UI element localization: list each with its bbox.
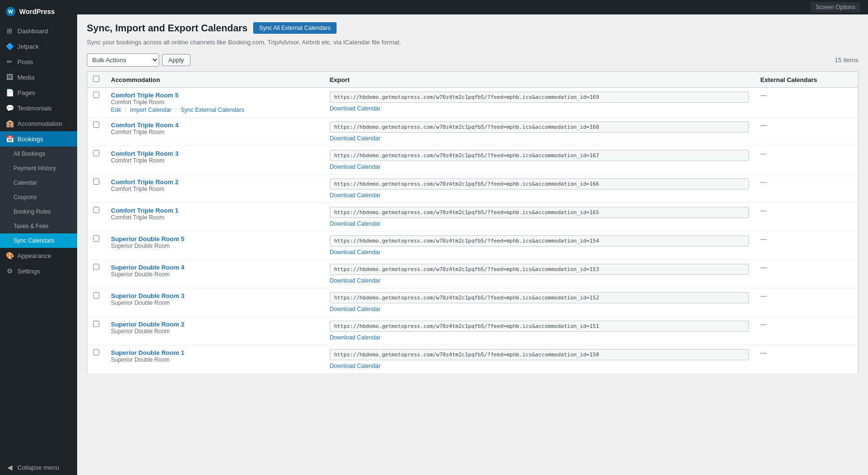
row-checkbox[interactable] xyxy=(93,264,99,270)
row-checkbox[interactable] xyxy=(93,349,99,355)
sidebar-item-coupons[interactable]: Coupons xyxy=(0,190,77,204)
external-value: — xyxy=(760,235,767,243)
sidebar-item-collapse[interactable]: ◀ Collapse menu xyxy=(0,460,77,475)
download-calendar-link[interactable]: Download Calendar xyxy=(330,306,380,312)
sidebar-item-settings[interactable]: ⚙ Settings xyxy=(0,263,77,279)
sidebar-item-payment-history[interactable]: Payment History xyxy=(0,161,77,176)
sidebar-item-accommodation[interactable]: 🏨 Accommodation xyxy=(0,116,77,131)
external-value: — xyxy=(760,264,767,271)
col-checkbox xyxy=(87,72,106,88)
external-cell: — xyxy=(755,88,858,118)
room-type: Comfort Triple Room xyxy=(111,99,318,106)
room-name[interactable]: Superior Double Room 4 xyxy=(111,264,318,271)
accommodation-cell: Comfort Triple Room 2Comfort Triple Room xyxy=(105,175,324,203)
accommodation-cell: Comfort Triple Room 1Comfort Triple Room xyxy=(105,203,324,231)
external-value: — xyxy=(760,349,767,356)
screen-options-button[interactable]: Screen Options xyxy=(811,2,860,13)
export-cell: https://hbdemo.getmotopress.com/w70z4tm2… xyxy=(324,203,755,231)
sidebar-item-media[interactable]: 🖼 Media xyxy=(0,69,77,85)
external-value: — xyxy=(760,122,767,129)
col-export: Export xyxy=(324,72,755,88)
room-action-link[interactable]: Import Calendar xyxy=(130,107,172,113)
export-url: https://hbdemo.getmotopress.com/w70z4tm2… xyxy=(330,264,749,275)
room-action-link[interactable]: Edit xyxy=(111,107,121,113)
room-name[interactable]: Comfort Triple Room 4 xyxy=(111,122,318,129)
sidebar-item-sync-calendars[interactable]: Sync Calendars xyxy=(0,233,77,248)
download-calendar-link[interactable]: Download Calendar xyxy=(330,363,380,369)
sidebar-item-booking-rules[interactable]: Booking Rules xyxy=(0,204,77,219)
row-checkbox-cell xyxy=(87,203,106,231)
content-area: Sync, Import and Export Calendars Sync A… xyxy=(77,14,868,381)
room-name[interactable]: Superior Double Room 5 xyxy=(111,235,318,243)
export-url: https://hbdemo.getmotopress.com/w70z4tm2… xyxy=(330,292,749,303)
download-calendar-link[interactable]: Download Calendar xyxy=(330,163,380,170)
sidebar-item-dashboard[interactable]: ⊞ Dashboard xyxy=(0,23,77,39)
room-name[interactable]: Superior Double Room 3 xyxy=(111,292,318,299)
room-name[interactable]: Comfort Triple Room 3 xyxy=(111,150,318,157)
export-url: https://hbdemo.getmotopress.com/w70z4tm2… xyxy=(330,349,749,360)
room-type: Comfort Triple Room xyxy=(111,186,318,192)
pages-icon: 📄 xyxy=(6,89,14,96)
calendar-table: Accommodation Export External Calendars … xyxy=(87,71,858,374)
table-row: Comfort Triple Room 1Comfort Triple Room… xyxy=(87,203,858,231)
room-name[interactable]: Superior Double Room 2 xyxy=(111,321,318,328)
external-value: — xyxy=(760,207,767,214)
export-url: https://hbdemo.getmotopress.com/w70z4tm2… xyxy=(330,92,749,103)
sidebar-item-jetpack[interactable]: 🔷 Jetpack xyxy=(0,39,77,54)
download-calendar-link[interactable]: Download Calendar xyxy=(330,277,380,284)
room-name[interactable]: Comfort Triple Room 2 xyxy=(111,178,318,186)
sync-all-button[interactable]: Sync All External Calendars xyxy=(253,22,336,34)
sidebar-item-all-bookings[interactable]: All Bookings xyxy=(0,147,77,161)
bulk-actions-select[interactable]: Bulk Actions xyxy=(87,54,159,67)
external-cell: — xyxy=(755,118,858,146)
row-checkbox[interactable] xyxy=(93,235,99,242)
table-row: Comfort Triple Room 2Comfort Triple Room… xyxy=(87,175,858,203)
table-row: Superior Double Room 2Superior Double Ro… xyxy=(87,317,858,345)
sidebar-item-calendar[interactable]: Calendar xyxy=(0,176,77,190)
export-cell: https://hbdemo.getmotopress.com/w70z4tm2… xyxy=(324,288,755,317)
col-external: External Calendars xyxy=(755,72,858,88)
sync-calendars-label: Sync Calendars xyxy=(14,237,54,244)
download-calendar-link[interactable]: Download Calendar xyxy=(330,192,380,199)
row-checkbox[interactable] xyxy=(93,207,99,213)
sidebar-item-posts[interactable]: ✏ Posts xyxy=(0,54,77,69)
row-checkbox[interactable] xyxy=(93,292,99,299)
accommodation-cell: Comfort Triple Room 5Comfort Triple Room… xyxy=(105,88,324,118)
room-action-link[interactable]: Sync External Calendars xyxy=(180,107,244,113)
sidebar-item-bookings[interactable]: 📅 Bookings xyxy=(0,131,77,147)
row-checkbox[interactable] xyxy=(93,122,99,128)
row-checkbox-cell xyxy=(87,118,106,146)
download-calendar-link[interactable]: Download Calendar xyxy=(330,105,380,112)
main-content: Screen Options Sync, Import and Export C… xyxy=(77,0,868,475)
room-name[interactable]: Comfort Triple Room 1 xyxy=(111,207,318,214)
external-cell: — xyxy=(755,317,858,345)
select-all-checkbox[interactable] xyxy=(93,76,99,82)
export-url: https://hbdemo.getmotopress.com/w70z4tm2… xyxy=(330,207,749,218)
sidebar-item-testimonials[interactable]: 💬 Testimonials xyxy=(0,100,77,116)
room-name[interactable]: Superior Double Room 1 xyxy=(111,349,318,356)
jetpack-icon: 🔷 xyxy=(6,42,14,50)
download-calendar-link[interactable]: Download Calendar xyxy=(330,334,380,341)
settings-icon: ⚙ xyxy=(6,267,14,275)
row-checkbox-cell xyxy=(87,175,106,203)
sidebar-item-taxes-fees[interactable]: Taxes & Fees xyxy=(0,219,77,233)
row-checkbox[interactable] xyxy=(93,321,99,327)
download-calendar-link[interactable]: Download Calendar xyxy=(330,249,380,256)
download-calendar-link[interactable]: Download Calendar xyxy=(330,135,380,142)
apply-button[interactable]: Apply xyxy=(162,54,190,66)
download-calendar-link[interactable]: Download Calendar xyxy=(330,220,380,227)
testimonials-icon: 💬 xyxy=(6,104,14,112)
sidebar-item-pages[interactable]: 📄 Pages xyxy=(0,85,77,100)
external-cell: — xyxy=(755,288,858,317)
table-row: Comfort Triple Room 3Comfort Triple Room… xyxy=(87,146,858,175)
appearance-icon: 🎨 xyxy=(6,252,14,259)
sidebar-item-appearance[interactable]: 🎨 Appearance xyxy=(0,248,77,263)
external-value: — xyxy=(760,150,767,157)
room-actions: Edit|Import Calendar|Sync External Calen… xyxy=(111,107,318,113)
row-checkbox[interactable] xyxy=(93,150,99,156)
room-name[interactable]: Comfort Triple Room 5 xyxy=(111,92,318,99)
row-checkbox[interactable] xyxy=(93,178,99,185)
row-checkbox[interactable] xyxy=(93,92,99,98)
col-accommodation: Accommodation xyxy=(105,72,324,88)
table-row: Superior Double Room 4Superior Double Ro… xyxy=(87,260,858,288)
